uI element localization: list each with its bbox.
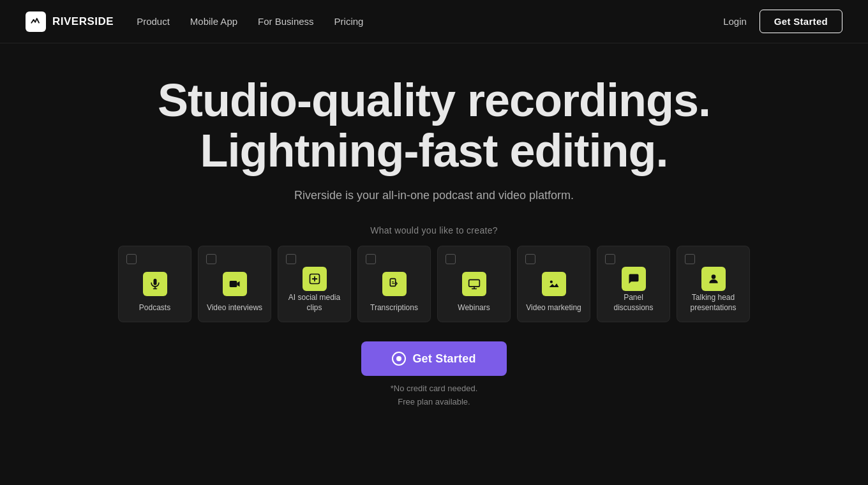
create-label: What would you like to create?	[370, 225, 498, 235]
no-credit-card-text: *No credit card needed. Free plan availa…	[391, 382, 478, 409]
card-icon-video-marketing	[542, 272, 566, 296]
card-checkbox-video-interviews	[206, 254, 216, 264]
card-label-panel-discussions: Panel discussions	[605, 293, 662, 313]
card-checkbox-transcriptions	[366, 254, 376, 264]
card-panel-discussions[interactable]: Panel discussions	[597, 246, 670, 322]
card-podcasts[interactable]: Podcasts	[118, 246, 191, 322]
card-video-marketing[interactable]: Video marketing	[517, 246, 590, 322]
get-started-nav-button[interactable]: Get Started	[760, 10, 842, 33]
card-label-transcriptions: Transcriptions	[366, 303, 423, 313]
navbar: RIVERSIDE Product Mobile App For Busines…	[0, 0, 868, 43]
nav-links: Product Mobile App For Business Pricing	[137, 16, 363, 27]
nav-for-business[interactable]: For Business	[258, 16, 314, 27]
card-label-video-interviews: Video interviews	[206, 303, 263, 313]
logo-link[interactable]: RIVERSIDE	[26, 11, 114, 32]
card-checkbox-video-marketing	[525, 254, 535, 264]
login-button[interactable]: Login	[723, 16, 747, 27]
card-talking-head[interactable]: Talking head presentations	[677, 246, 750, 322]
card-video-interviews[interactable]: Video interviews	[198, 246, 271, 322]
svg-point-8	[711, 274, 715, 279]
navbar-right: Login Get Started	[723, 10, 842, 33]
card-checkbox-ai-social-media	[286, 254, 296, 264]
hero-subtext: Riverside is your all-in-one podcast and…	[294, 189, 574, 202]
hero-headline: Studio-quality recordings. Lightning-fas…	[158, 75, 710, 176]
nav-product[interactable]: Product	[137, 16, 170, 27]
nav-pricing[interactable]: Pricing	[334, 16, 364, 27]
cards-row: Podcasts Video interviews AI social medi…	[118, 246, 750, 322]
card-icon-webinars	[462, 272, 486, 296]
nav-mobile-app[interactable]: Mobile App	[190, 16, 237, 27]
svg-rect-3	[229, 281, 237, 287]
record-icon	[392, 352, 406, 366]
no-credit-card-line2: Free plan available.	[398, 397, 470, 407]
card-label-video-marketing: Video marketing	[525, 303, 582, 313]
navbar-left: RIVERSIDE Product Mobile App For Busines…	[26, 11, 363, 32]
card-icon-video-interviews	[223, 272, 247, 296]
card-icon-panel-discussions	[622, 267, 646, 291]
card-transcriptions[interactable]: Transcriptions	[357, 246, 431, 322]
hero-headline-line1: Studio-quality recordings.	[158, 75, 710, 126]
cta-section: Get Started *No credit card needed. Free…	[361, 341, 506, 409]
get-started-main-label: Get Started	[412, 352, 475, 366]
card-label-talking-head: Talking head presentations	[685, 293, 742, 313]
card-ai-social-media[interactable]: AI social media clips	[278, 246, 351, 322]
logo-icon	[26, 11, 46, 32]
card-checkbox-talking-head	[685, 254, 695, 264]
card-label-ai-social-media: AI social media clips	[286, 293, 343, 313]
no-credit-card-line1: *No credit card needed.	[391, 384, 478, 393]
card-checkbox-podcasts	[126, 254, 137, 264]
svg-rect-6	[468, 280, 479, 287]
card-icon-transcriptions	[382, 272, 407, 296]
record-icon-inner	[396, 356, 401, 361]
card-webinars[interactable]: Webinars	[437, 246, 511, 322]
hero-headline-line2: Lightning-fast editing.	[200, 125, 668, 176]
hero-section: Studio-quality recordings. Lightning-fas…	[0, 43, 868, 409]
card-checkbox-webinars	[445, 254, 456, 264]
card-checkbox-panel-discussions	[605, 254, 615, 264]
svg-point-7	[550, 280, 552, 283]
svg-rect-0	[153, 278, 156, 285]
get-started-main-button[interactable]: Get Started	[361, 341, 506, 376]
card-icon-ai-social-media	[303, 267, 327, 291]
card-icon-talking-head	[701, 267, 726, 291]
card-label-webinars: Webinars	[445, 303, 502, 313]
logo-text: RIVERSIDE	[52, 15, 114, 28]
card-label-podcasts: Podcasts	[126, 303, 183, 313]
svg-rect-5	[390, 278, 395, 286]
card-icon-podcasts	[143, 272, 167, 296]
